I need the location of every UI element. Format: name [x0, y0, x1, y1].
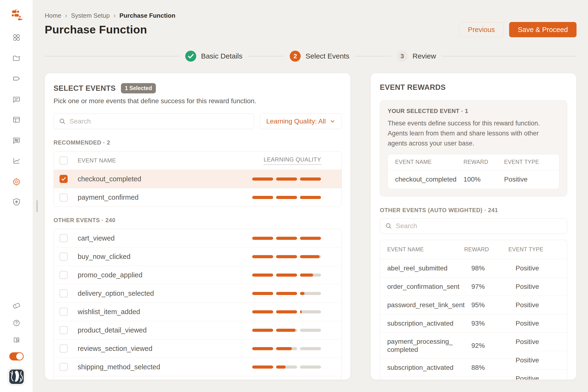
step-number-2: 2: [290, 51, 301, 62]
chat-settings-icon[interactable]: [12, 135, 22, 145]
learning-quality-column-header[interactable]: LEARNING QUALITY: [264, 156, 321, 165]
step-select-events[interactable]: 2 Select Events: [284, 51, 355, 62]
step-review[interactable]: 3 Review: [391, 51, 442, 62]
selected-event-box-description: These events define success for this rew…: [388, 118, 559, 148]
folder-icon[interactable]: [12, 53, 22, 63]
sidebar: [0, 0, 33, 392]
event-name: delivery_option_selected: [78, 290, 154, 298]
learning-quality-bars: [252, 178, 321, 180]
table-row[interactable]: payment_processing_ completed 92%: [380, 333, 515, 358]
event-type: Positive: [515, 259, 567, 278]
event-name-column-header: EVENT NAME: [395, 159, 463, 165]
rewards-search-input[interactable]: [396, 222, 562, 230]
recommended-label: RECOMMENDED · 2: [54, 139, 342, 146]
row-checkbox[interactable]: [60, 194, 68, 202]
app-logo-icon[interactable]: [10, 8, 23, 21]
table-row[interactable]: subscription_activated 88%: [380, 358, 515, 377]
chat-icon[interactable]: [12, 94, 22, 104]
name-reward-column: abel_reel_submitted 98% order_confirmati…: [380, 259, 515, 380]
row-checkbox[interactable]: [60, 175, 68, 183]
table-row[interactable]: password_reset_link_sent 95%: [380, 296, 515, 314]
table-row[interactable]: checkout_completed 100% Positive: [388, 170, 559, 189]
select-all-checkbox[interactable]: [60, 156, 68, 164]
breadcrumb-separator: ›: [114, 12, 116, 19]
shield-star-icon[interactable]: [12, 197, 22, 207]
previous-button[interactable]: Previous: [459, 22, 504, 37]
events-search-input[interactable]: [70, 118, 249, 125]
table-row[interactable]: shipping_method_selected: [54, 358, 342, 376]
scroll-indicator[interactable]: [37, 200, 38, 212]
events-search: [54, 114, 254, 129]
breadcrumb-home[interactable]: Home: [45, 12, 61, 19]
table-row[interactable]: subscription_activated 93%: [380, 314, 515, 333]
step-number-3: 3: [397, 51, 408, 62]
selected-event-table: EVENT NAME REWARD EVENT TYPE checkout_co…: [388, 154, 559, 189]
event-name-column-header: EVENT NAME: [78, 157, 116, 164]
apps-grid-icon[interactable]: [12, 32, 22, 42]
gear-icon[interactable]: [12, 176, 22, 186]
rewards-search: [380, 218, 567, 234]
learning-quality-filter[interactable]: Learning Quality: All: [260, 114, 342, 129]
table-row[interactable]: order_confirmation_sent 97%: [380, 278, 515, 296]
table-row[interactable]: abel_reel_submitted 98%: [380, 259, 515, 278]
step-label: Basic Details: [201, 52, 242, 60]
book-icon[interactable]: [12, 335, 22, 345]
help-icon[interactable]: [12, 318, 22, 328]
table-row[interactable]: checkout_completed: [54, 170, 342, 188]
event-name: subscription_activated: [387, 320, 471, 328]
event-type: Positive: [515, 333, 567, 351]
event-name: checkout_completed: [395, 176, 463, 183]
ticket-icon[interactable]: [12, 301, 22, 311]
row-checkbox[interactable]: [60, 344, 68, 352]
reward-value: 100%: [463, 176, 504, 183]
event-type: Positive: [515, 314, 567, 333]
filter-label: Learning Quality: All: [266, 118, 326, 125]
avatar[interactable]: [8, 368, 26, 386]
row-checkbox[interactable]: [60, 289, 68, 298]
row-checkbox[interactable]: [60, 234, 68, 242]
row-checkbox[interactable]: [60, 326, 68, 334]
selected-event-box-title: YOUR SELECTED EVENT · 1: [388, 108, 559, 114]
event-rewards-title: EVENT REWARDS: [380, 83, 567, 92]
step-label: Review: [413, 52, 436, 60]
table-row[interactable]: delivery_option_selected: [54, 284, 342, 303]
reward-value: 98%: [471, 264, 515, 272]
step-basic-details[interactable]: Basic Details: [180, 51, 248, 62]
selected-count-badge: 1 Selected: [121, 83, 156, 94]
save-proceed-button[interactable]: Save & Proceed: [509, 22, 576, 37]
breadcrumb-system-setup[interactable]: System Setup: [71, 12, 110, 19]
row-checkbox[interactable]: [60, 252, 68, 260]
reward-column-header: REWARD: [464, 246, 508, 253]
learning-quality-bars: [252, 292, 321, 295]
row-checkbox[interactable]: [60, 363, 68, 371]
auto-weighted-label: OTHER EVENTS (AUTO WEIGHTED) · 241: [380, 207, 567, 214]
event-type: Positive: [504, 176, 552, 183]
table-row[interactable]: reviews_section_viewed: [54, 340, 342, 358]
learning-quality-bars: [252, 347, 321, 350]
layout-icon[interactable]: [12, 115, 22, 125]
row-checkbox[interactable]: [60, 308, 68, 316]
table-row[interactable]: cart_viewed: [54, 229, 342, 248]
reward-value: 93%: [471, 320, 515, 327]
reward-value: 88%: [471, 364, 515, 372]
theme-toggle[interactable]: [9, 352, 24, 360]
stepper: Basic Details 2 Select Events 3 Review: [45, 49, 576, 63]
table-row[interactable]: buy_now_clicked: [54, 248, 342, 266]
event-name: cart_viewed: [78, 234, 115, 242]
select-events-subtitle: Pick one or more events that define succ…: [54, 97, 342, 105]
event-name: abel_reel_submitted: [387, 264, 471, 272]
table-row[interactable]: payment_confirmed: [54, 188, 342, 207]
learning-quality-bars: [252, 196, 321, 199]
reward-value: 92%: [471, 342, 515, 350]
event-type: Positive: [515, 296, 567, 314]
table-header-row: EVENT NAME REWARD EVENT TYPE: [380, 240, 567, 259]
table-row[interactable]: product_detail_viewed: [54, 321, 342, 340]
step-label: Select Events: [305, 52, 349, 60]
line-chart-icon[interactable]: [12, 156, 22, 166]
table-row[interactable]: promo_code_applied: [54, 266, 342, 284]
row-checkbox[interactable]: [60, 271, 68, 279]
select-events-panel: SELECT EVENTS 1 Selected Pick one or mor…: [45, 73, 351, 380]
tag-icon[interactable]: [12, 74, 22, 84]
table-row[interactable]: wishlist_item_added: [54, 303, 342, 321]
event-name: wishlist_item_added: [78, 308, 140, 316]
